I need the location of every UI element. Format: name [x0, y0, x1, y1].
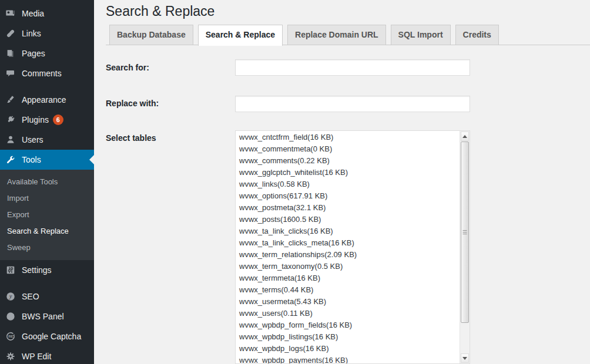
table-option[interactable]: wvwx_comments(0.22 KB) — [236, 155, 460, 167]
sidebar-item-settings[interactable]: Settings — [0, 260, 94, 280]
tables-multiselect[interactable]: wvwx_cntctfrm_field(16 KB) wvwx_commentm… — [235, 130, 470, 364]
submenu-item-available-tools[interactable]: Available Tools — [0, 174, 94, 190]
svg-text:RE: RE — [8, 335, 13, 338]
table-option[interactable]: wvwx_posts(1600.5 KB) — [236, 214, 460, 225]
sidebar-item-comments[interactable]: Comments — [0, 63, 94, 83]
settings-icon — [5, 264, 16, 276]
tools-icon — [5, 154, 16, 166]
seo-icon: y — [5, 291, 16, 302]
table-option[interactable]: wvwx_term_relationships(2.09 KB) — [236, 249, 460, 261]
search-for-label: Search for: — [106, 63, 149, 72]
comments-icon — [5, 68, 16, 79]
plugins-icon — [5, 114, 16, 126]
table-option[interactable]: wvwx_terms(0.44 KB) — [236, 284, 460, 296]
tools-submenu: Available Tools Import Export Search & R… — [0, 170, 94, 260]
sidebar-item-label: Media — [22, 9, 44, 18]
bws-panel-icon — [5, 311, 16, 322]
table-option[interactable]: wvwx_termmeta(16 KB) — [236, 272, 460, 284]
tab-replace-domain-url[interactable]: Replace Domain URL — [287, 25, 386, 45]
table-option[interactable]: wvwx_wpbdp_logs(16 KB) — [236, 343, 460, 355]
replace-with-label: Replace with: — [106, 99, 159, 108]
sidebar-item-label: Tools — [22, 155, 41, 164]
sidebar-item-google-captcha[interactable]: RE Google Captcha — [0, 326, 94, 346]
sidebar-item-label: Google Captcha — [22, 332, 81, 341]
select-tables-label: Select tables — [106, 133, 156, 143]
tab-search-replace[interactable]: Search & Replace — [198, 25, 283, 46]
scroll-up-button[interactable] — [461, 132, 469, 141]
tables-list: wvwx_cntctfrm_field(16 KB) wvwx_commentm… — [236, 132, 460, 363]
table-option[interactable]: wvwx_ta_link_clicks(16 KB) — [236, 225, 460, 237]
sidebar-item-seo[interactable]: y SEO — [0, 287, 94, 306]
table-option[interactable]: wvwx_links(0.58 KB) — [236, 178, 460, 190]
sidebar-item-label: WP Edit — [22, 352, 51, 361]
table-option[interactable]: wvwx_wpbdp_form_fields(16 KB) — [236, 319, 460, 331]
page-title: Search & Replace — [106, 2, 214, 20]
sidebar-item-label: SEO — [22, 292, 39, 301]
table-option[interactable]: wvwx_options(617.91 KB) — [236, 190, 460, 202]
table-option[interactable]: wvwx_gglcptch_whitelist(16 KB) — [236, 167, 460, 178]
scrollbar-grip-icon — [463, 230, 467, 235]
scroll-down-arrow-icon — [462, 357, 467, 362]
table-option[interactable]: wvwx_term_taxonomy(0.5 KB) — [236, 261, 460, 272]
table-option[interactable]: wvwx_cntctfrm_field(16 KB) — [236, 132, 460, 143]
submenu-item-export[interactable]: Export — [0, 207, 94, 223]
sidebar-item-bws-panel[interactable]: BWS Panel — [0, 306, 94, 326]
nav-tab-wrapper: Backup Database Search & Replace Replace… — [106, 25, 590, 45]
search-for-input[interactable] — [235, 59, 470, 76]
media-icon — [5, 8, 16, 19]
svg-text:y: y — [9, 294, 12, 299]
sidebar-item-label: Links — [22, 29, 41, 38]
table-option[interactable]: wvwx_wpbdp_listings(16 KB) — [236, 331, 460, 343]
scroll-down-button[interactable] — [461, 353, 469, 363]
sidebar-item-label: Comments — [22, 69, 62, 78]
tables-scrollbar[interactable] — [460, 131, 470, 363]
table-option[interactable]: wvwx_postmeta(32.1 KB) — [236, 202, 460, 214]
sidebar-item-media[interactable]: Media — [0, 4, 94, 23]
main-content: Search & Replace Backup Database Search … — [94, 0, 590, 364]
submenu-item-sweep[interactable]: Sweep — [0, 240, 94, 256]
replace-with-input[interactable] — [235, 96, 470, 112]
menu-separator — [0, 280, 94, 287]
table-option[interactable]: wvwx_usermeta(5.43 KB) — [236, 296, 460, 308]
sidebar-item-label: Pages — [22, 49, 45, 58]
table-option[interactable]: wvwx_ta_link_clicks_meta(16 KB) — [236, 237, 460, 249]
appearance-icon — [5, 94, 16, 106]
sidebar-item-label: Settings — [22, 265, 52, 275]
sidebar-item-label: Appearance — [22, 95, 66, 105]
tab-sql-import[interactable]: SQL Import — [391, 25, 451, 45]
google-captcha-icon: RE — [5, 331, 16, 342]
sidebar-item-tools[interactable]: Tools — [0, 150, 94, 170]
links-icon — [5, 28, 16, 39]
sidebar-item-label: Users — [22, 135, 43, 144]
sidebar-item-label: Plugins — [22, 115, 49, 124]
wp-edit-gear-icon — [5, 350, 16, 362]
users-icon — [5, 134, 16, 146]
table-option[interactable]: wvwx_users(0.11 KB) — [236, 308, 460, 319]
admin-sidebar: Media Links Pages Comments Appearance Pl… — [0, 0, 94, 364]
scroll-up-arrow-icon — [462, 133, 467, 138]
sidebar-item-label: BWS Panel — [22, 312, 64, 321]
table-option[interactable]: wvwx_wpbdp_payments(16 KB) — [236, 355, 460, 364]
plugins-update-badge: 6 — [53, 114, 63, 125]
sidebar-item-appearance[interactable]: Appearance — [0, 90, 94, 110]
sidebar-item-users[interactable]: Users — [0, 130, 94, 150]
submenu-item-search-replace[interactable]: Search & Replace — [0, 223, 94, 240]
sidebar-item-plugins[interactable]: Plugins 6 — [0, 110, 94, 130]
pages-icon — [5, 48, 16, 59]
tab-credits[interactable]: Credits — [455, 25, 499, 45]
sidebar-item-wp-edit[interactable]: WP Edit — [0, 346, 94, 364]
table-option[interactable]: wvwx_commentmeta(0 KB) — [236, 143, 460, 155]
sidebar-item-links[interactable]: Links — [0, 23, 94, 43]
scrollbar-thumb[interactable] — [461, 141, 469, 323]
sidebar-item-pages[interactable]: Pages — [0, 43, 94, 63]
submenu-item-import[interactable]: Import — [0, 190, 94, 207]
tab-backup-database[interactable]: Backup Database — [109, 25, 193, 45]
menu-separator — [0, 83, 94, 90]
